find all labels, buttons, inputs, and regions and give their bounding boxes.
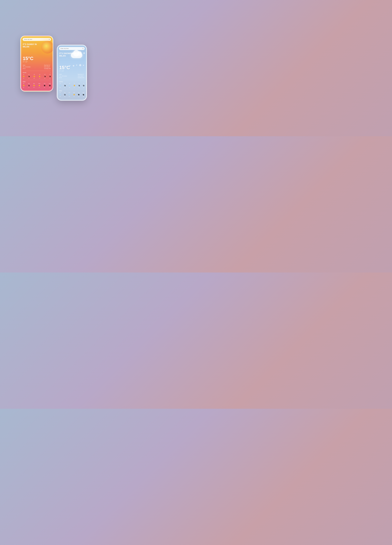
list-item: Fri ☀️ 15° (23, 83, 25, 88)
list-item: Fri ❄️ 15° (59, 92, 61, 97)
daily-section-sunny[interactable]: Daily ⌄ (23, 80, 51, 83)
details-row-snowy: Milan Thu, 29 October 09:33 Real feel 13… (59, 74, 85, 79)
list-item: Sun ☀️ 16° (33, 83, 35, 88)
list-item: Tue 🌦 15° (44, 83, 45, 88)
daily-grid-snowy: Fri ❄️ 15° Sat 🌤 15° Sun ❄️ 16° Mon ☀️ (59, 92, 85, 97)
sun-graphic (39, 40, 53, 55)
location-sunny: Milan (23, 65, 25, 66)
humidity-snowy: Humidity 90% (78, 77, 85, 78)
real-feel-snowy: Real feel 13° (78, 74, 84, 75)
daily-chevron-snowy[interactable]: ⌄ (84, 90, 85, 92)
detail-left-sunny: Milan Thu, 29 October 09:33 (23, 64, 31, 69)
hourly-label-snowy: Hourly (59, 81, 63, 82)
snow-graphic: ❄ ❄ ❄ ❄ ❄ (70, 50, 86, 64)
phone-snowy: ⚲ ❄ ❄ ❄ ❄ ❄ ❄ IT'S SNOWING (57, 45, 87, 101)
hourly-section-snowy[interactable]: Hourly ⌄ (59, 80, 85, 83)
phones-container: ⚲ IT'S SUNNY INMILAN 15°C 17° | 12° Mila… (16, 29, 92, 108)
hourly-label-sunny: Hourly (23, 72, 26, 73)
list-item: Sat 🌤 15° (28, 83, 30, 88)
hourly-chevron-sunny[interactable]: ⌄ (50, 72, 51, 73)
hourly-section-sunny[interactable]: Hourly ⌄ (23, 71, 51, 74)
list-item: 12 🌤 15° (64, 83, 66, 88)
temperature-sunny: 15°C (23, 56, 51, 61)
date-sunny: Thu, 29 October (23, 66, 31, 68)
hourly-grid-sunny: 11 ☀️ 15° 12 🌤 15° 13 ☀️ 16° 14 ☀️ (23, 74, 51, 79)
detail-left-snowy: Milan Thu, 29 October 09:33 (59, 74, 67, 79)
list-item: Sat 🌤 15° (64, 92, 66, 97)
daily-label-sunny: Daily (23, 81, 25, 82)
range-sunny: 17° | 12° (23, 61, 51, 62)
phone-sunny: ⚲ IT'S SUNNY INMILAN 15°C 17° | 12° Mila… (20, 36, 53, 92)
time-snowy: 09:33 (59, 77, 62, 78)
list-item: Mon ☀️ 17° (38, 83, 40, 88)
list-item: Tue 🌦 15° (78, 92, 80, 97)
list-item: 11 ☀️ 15° (23, 74, 25, 79)
details-row-sunny: Milan Thu, 29 October 09:33 Real feel 13… (23, 64, 51, 69)
daily-grid-sunny: Fri ☀️ 15° Sat 🌤 15° Sun ☀️ 16° Mon ☀️ (23, 83, 51, 88)
humidity-sunny: Humidity 90% (44, 68, 51, 69)
daily-section-snowy[interactable]: Daily ⌄ (59, 89, 85, 92)
snowflake-3: ❄ (76, 64, 77, 66)
weather-content-snowy: ❄ ❄ ❄ ❄ ❄ ❄ IT'S SNOWING INMILAN 15°C 1 (57, 51, 86, 100)
list-item: 15 🌤 15° (78, 83, 80, 88)
cloud-shape (70, 50, 83, 58)
hourly-chevron-snowy[interactable]: ⌄ (84, 81, 85, 82)
time-sunny: 09:33 (23, 68, 25, 69)
wind-snowy: Wind 3km/h (78, 75, 83, 77)
detail-right-sunny: Real feel 13° Wind 3km/h Humidity 90% (44, 64, 51, 69)
search-input-snowy[interactable] (61, 48, 82, 49)
cloud-body (71, 52, 82, 58)
list-item: Sun ❄️ 16° (68, 92, 70, 97)
list-item: 14 ☀️ 17° (39, 74, 41, 79)
search-icon-snowy[interactable]: ⚲ (82, 48, 84, 49)
wind-sunny: Wind 3km/h (44, 66, 50, 68)
snowflake-1: ❄ (69, 65, 71, 67)
list-item: 15 🌤 15° (44, 74, 46, 79)
list-item: 14 ☀️ 17° (74, 83, 75, 88)
list-item: 16 🌤 14° (83, 83, 84, 88)
location-snowy: Milan (59, 74, 62, 75)
weather-content-sunny: IT'S SUNNY INMILAN 15°C 17° | 12° Milan … (21, 42, 53, 91)
snowflake-2: ❄ (73, 64, 74, 67)
list-item: 11 ❄️ 15° (59, 83, 61, 88)
list-item: 16 🌤 14° (49, 74, 51, 79)
date-snowy: Thu, 29 October (59, 75, 67, 77)
daily-label-snowy: Daily (59, 90, 62, 92)
range-snowy: 17° | 12° (59, 70, 85, 72)
real-feel-sunny: Real feel 13° (44, 65, 50, 66)
daily-chevron-sunny[interactable]: ⌄ (50, 81, 51, 82)
list-item: 12 🌤 15° (28, 74, 30, 79)
sun-circle (41, 41, 53, 54)
detail-right-snowy: Real feel 13° Wind 3km/h Humidity 90% (78, 74, 85, 79)
hourly-grid-snowy: 11 ❄️ 15° 12 🌤 15° 13 ❄️ 16° 14 ☀️ (59, 83, 85, 88)
snowflake-5: ❄ (83, 64, 84, 66)
list-item: 13 ☀️ 16° (33, 74, 35, 79)
list-item: Wed 🌥 14° (82, 92, 84, 97)
list-item: 13 ❄️ 16° (69, 83, 71, 88)
search-bar-snowy[interactable]: ⚲ (59, 47, 85, 50)
snowflakes: ❄ ❄ ❄ ❄ ❄ (69, 60, 87, 67)
list-item: Wed 🌥 14° (49, 83, 51, 88)
list-item: Mon ☀️ 17° (73, 92, 75, 97)
snowflake-4: ❄ (79, 63, 81, 67)
